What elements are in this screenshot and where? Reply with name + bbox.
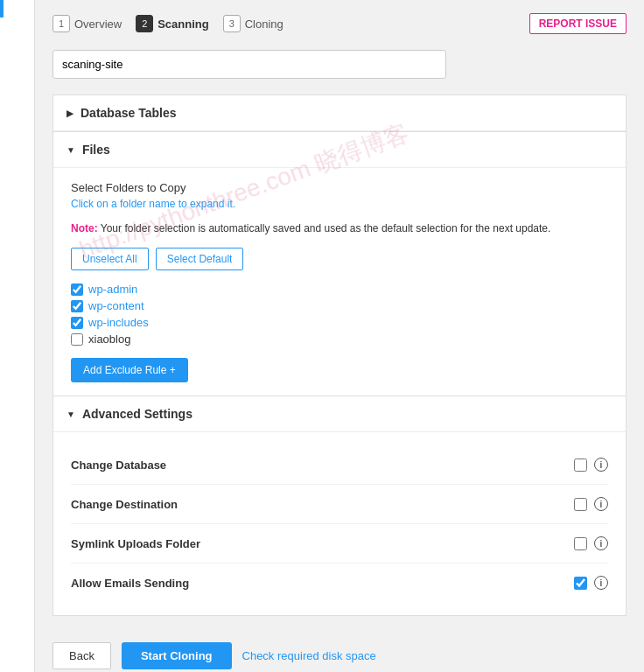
change-destination-controls: i (574, 497, 608, 511)
change-database-checkbox[interactable] (574, 458, 587, 472)
allow-emails-row: Allow Emails Sending i (71, 564, 608, 602)
check-disk-space-link[interactable]: Check required disk space (242, 649, 376, 662)
folder-wp-content: wp-content (71, 299, 608, 312)
step-1-label: Overview (74, 18, 122, 31)
change-destination-row: Change Destination i (71, 485, 608, 524)
database-tables-section: ▶ Database Tables (52, 94, 626, 132)
site-name-input[interactable] (52, 50, 446, 79)
database-tables-arrow: ▶ (66, 108, 74, 118)
advanced-settings-header[interactable]: ▼ Advanced Settings (53, 396, 626, 432)
select-folders-title: Select Folders to Copy (71, 181, 608, 194)
allow-emails-checkbox[interactable] (574, 577, 587, 590)
note-label: Note: (71, 222, 98, 234)
step-2: 2 Scanning (136, 15, 209, 32)
symlink-uploads-label: Symlink Uploads Folder (71, 537, 574, 550)
step-1-num: 1 (52, 15, 70, 32)
footer-bar: Back Start Cloning Check required disk s… (52, 630, 626, 669)
step-3-num: 3 (223, 15, 241, 32)
folder-wp-includes: wp-includes (71, 316, 608, 329)
files-label: Files (82, 143, 110, 157)
change-destination-label: Change Destination (71, 498, 574, 511)
xiaoblog-checkbox[interactable] (71, 333, 83, 346)
allow-emails-info-icon[interactable]: i (594, 576, 608, 590)
note-text: Note: Your folder selection is automatic… (71, 220, 608, 237)
change-destination-info-icon[interactable]: i (594, 497, 608, 511)
wp-admin-checkbox[interactable] (71, 284, 83, 296)
sidebar (0, 0, 35, 672)
change-database-controls: i (574, 458, 608, 472)
wp-includes-link[interactable]: wp-includes (88, 316, 149, 329)
report-issue-button[interactable]: REPORT ISSUE (529, 13, 626, 34)
change-database-row: Change Database i (71, 445, 608, 485)
step-3-label: Cloning (245, 18, 284, 31)
step-3: 3 Cloning (223, 15, 284, 32)
start-cloning-button[interactable]: Start Cloning (122, 642, 232, 669)
wp-content-checkbox[interactable] (71, 300, 83, 312)
change-database-label: Change Database (71, 458, 574, 472)
add-exclude-rule-button[interactable]: Add Exclude Rule + (71, 358, 188, 382)
steps-bar: 1 Overview 2 Scanning 3 Cloning REPORT I… (52, 13, 626, 34)
files-header[interactable]: ▼ Files (53, 132, 626, 168)
database-tables-label: Database Tables (80, 106, 176, 120)
select-default-button[interactable]: Select Default (156, 248, 244, 270)
files-arrow: ▼ (66, 145, 75, 155)
wp-content-link[interactable]: wp-content (88, 299, 144, 312)
step-2-num: 2 (136, 15, 153, 32)
main-content: 1 Overview 2 Scanning 3 Cloning REPORT I… (35, 0, 644, 672)
step-1: 1 Overview (52, 15, 122, 32)
advanced-settings-section: ▼ Advanced Settings Change Database i Ch… (52, 396, 626, 616)
back-button[interactable]: Back (52, 642, 111, 669)
folder-btn-row: Unselect All Select Default (71, 248, 608, 270)
allow-emails-controls: i (574, 576, 608, 590)
advanced-settings-label: Advanced Settings (82, 407, 192, 421)
files-body: Select Folders to Copy Click on a folder… (53, 168, 626, 396)
change-destination-checkbox[interactable] (574, 498, 587, 511)
sidebar-progress-bar (0, 0, 4, 18)
symlink-uploads-info-icon[interactable]: i (594, 536, 608, 550)
wp-admin-link[interactable]: wp-admin (88, 283, 137, 296)
advanced-settings-arrow: ▼ (66, 410, 75, 419)
symlink-uploads-row: Symlink Uploads Folder i (71, 524, 608, 564)
folder-wp-admin: wp-admin (71, 283, 608, 296)
page-wrapper: 1 Overview 2 Scanning 3 Cloning REPORT I… (0, 0, 644, 672)
note-body: Your folder selection is automatically s… (101, 222, 551, 234)
database-tables-header[interactable]: ▶ Database Tables (53, 95, 626, 131)
files-section: ▼ Files Select Folders to Copy Click on … (52, 132, 626, 396)
step-2-label: Scanning (158, 18, 209, 31)
xiaoblog-label: xiaoblog (88, 332, 130, 346)
symlink-uploads-controls: i (574, 536, 608, 550)
change-database-info-icon[interactable]: i (594, 458, 608, 472)
select-folders-subtitle: Click on a folder name to expand it. (71, 198, 608, 210)
advanced-settings-body: Change Database i Change Destination i S… (53, 432, 626, 615)
folder-xiaoblog: xiaoblog (71, 332, 608, 346)
wp-includes-checkbox[interactable] (71, 317, 83, 329)
allow-emails-label: Allow Emails Sending (71, 577, 574, 590)
symlink-uploads-checkbox[interactable] (574, 537, 587, 550)
folder-checkbox-list: wp-admin wp-content wp-includes xiaoblog (71, 283, 608, 346)
unselect-all-button[interactable]: Unselect All (71, 248, 149, 270)
